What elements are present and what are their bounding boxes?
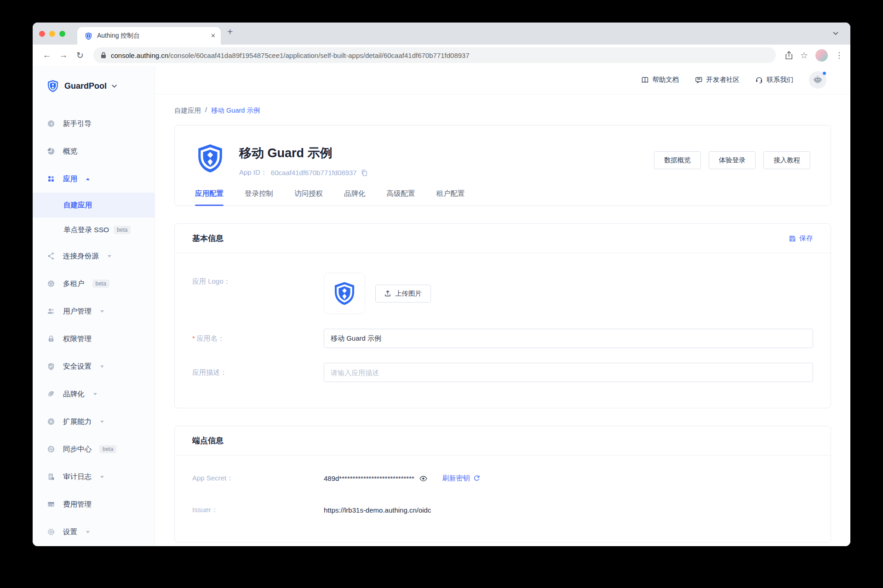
sidebar-item-sso[interactable]: 单点登录 SSO beta: [33, 217, 155, 242]
lock-icon: [46, 335, 55, 343]
new-tab-button[interactable]: +: [227, 26, 233, 37]
copy-icon[interactable]: [361, 169, 368, 177]
sidebar-item-label: 费用管理: [63, 500, 92, 509]
chevron-down-icon: [112, 85, 117, 88]
basic-info-card: 基本信息 保存 应用 Logo：: [174, 223, 831, 408]
forward-button[interactable]: →: [57, 48, 70, 62]
beta-badge: beta: [99, 445, 116, 453]
contact-us-link[interactable]: 联系我们: [755, 75, 793, 84]
share-nodes-icon: [46, 252, 55, 260]
sidebar-item-label: 权限管理: [63, 334, 92, 344]
sidebar-item-user-management[interactable]: 用户管理: [33, 297, 155, 325]
pie-chart-icon: [46, 147, 55, 155]
data-overview-button[interactable]: 数据概览: [654, 151, 701, 169]
user-avatar[interactable]: [809, 71, 826, 89]
app-name-input[interactable]: [324, 329, 813, 348]
save-button[interactable]: 保存: [789, 234, 813, 243]
workspace-logo-shield-icon: [46, 80, 59, 92]
sidebar-item-permissions[interactable]: 权限管理: [33, 325, 155, 353]
bookmark-star-icon[interactable]: ☆: [800, 50, 808, 61]
url-bar[interactable]: console.authing.cn/console/60caaf41da89f…: [93, 47, 776, 63]
sidebar-item-identity-sources[interactable]: 连接身份源: [33, 242, 155, 270]
refresh-icon: [473, 475, 480, 482]
chat-icon: [695, 76, 703, 84]
try-login-button[interactable]: 体验登录: [709, 151, 756, 169]
sidebar-item-overview[interactable]: 概览: [33, 137, 155, 165]
sidebar-item-self-built-apps[interactable]: 自建应用: [33, 193, 155, 217]
tab-tenant-config[interactable]: 租户配置: [436, 189, 465, 206]
app-name-label: *应用名：: [192, 334, 324, 343]
sidebar-item-branding[interactable]: 品牌化: [33, 380, 155, 408]
sync-icon: [46, 445, 55, 453]
browser-menu-icon[interactable]: ⋮: [835, 51, 843, 60]
caret-down-icon: [100, 365, 104, 368]
tab-login-control[interactable]: 登录控制: [245, 189, 273, 206]
app-header-card: 移动 Guard 示例 App ID： 60caaf41df670b771fd0…: [174, 125, 831, 206]
refresh-secret-label: 刷新密钥: [442, 474, 470, 483]
save-label: 保存: [799, 234, 813, 243]
required-asterisk: *: [192, 334, 195, 342]
zoom-window-button[interactable]: [59, 31, 65, 37]
caret-down-icon: [93, 393, 97, 395]
upload-icon: [384, 290, 391, 297]
help-docs-link[interactable]: 帮助文档: [641, 75, 679, 84]
sidebar-item-label: 概览: [63, 147, 77, 156]
share-icon[interactable]: [785, 51, 793, 60]
page-title: 移动 Guard 示例: [239, 145, 368, 161]
save-floppy-icon: [789, 235, 796, 242]
issuer-value: https://lrb31s-demo.authing.cn/oidc: [324, 506, 431, 514]
sidebar-item-label: 品牌化: [63, 389, 85, 399]
sidebar-item-label: 设置: [63, 527, 77, 537]
sidebar-item-applications[interactable]: 应用: [33, 165, 155, 193]
developer-community-link[interactable]: 开发者社区: [695, 75, 740, 84]
sidebar-item-label: 同步中心: [63, 445, 92, 454]
tab-access-auth[interactable]: 访问授权: [294, 189, 323, 206]
caret-down-icon: [108, 255, 111, 257]
headset-icon: [755, 76, 763, 84]
book-icon: [641, 76, 649, 84]
close-window-button[interactable]: [39, 31, 45, 37]
https-lock-icon: [101, 52, 106, 58]
tab-search-chevron-icon[interactable]: [833, 32, 838, 35]
browser-tab[interactable]: Authing 控制台 ×: [77, 27, 221, 45]
sidebar-item-billing[interactable]: 费用管理: [33, 491, 155, 518]
caret-down-icon: [100, 310, 104, 313]
caret-up-icon: [86, 178, 90, 180]
sidebar-item-label: 审计日志: [63, 472, 92, 482]
upload-image-button[interactable]: 上传图片: [375, 285, 431, 303]
tab-branding[interactable]: 品牌化: [344, 189, 366, 206]
browser-profile-avatar[interactable]: [815, 49, 828, 62]
close-tab-icon[interactable]: ×: [211, 32, 215, 40]
sidebar-item-label: 新手引导: [63, 119, 92, 129]
refresh-secret-link[interactable]: 刷新密钥: [442, 474, 480, 483]
sidebar-item-sync-center[interactable]: 同步中心 beta: [33, 435, 155, 463]
section-title: 端点信息: [192, 435, 224, 446]
tab-app-config[interactable]: 应用配置: [195, 189, 224, 206]
sidebar-item-settings[interactable]: 设置: [33, 518, 155, 546]
tenant-dots-icon: [46, 280, 55, 288]
tab-advanced-config[interactable]: 高级配置: [387, 189, 415, 206]
app-desc-input[interactable]: [324, 363, 813, 382]
gear-icon: [46, 528, 55, 536]
sidebar-item-audit-logs[interactable]: 审计日志: [33, 463, 155, 491]
eye-icon[interactable]: [419, 475, 428, 482]
integration-tutorial-button[interactable]: 接入教程: [763, 151, 810, 169]
endpoint-info-card: 端点信息 App Secret： 489d*******************…: [174, 426, 831, 542]
url-text: console.authing.cn/console/60caaf41da89f…: [111, 51, 470, 59]
issuer-label: Issuer：: [192, 506, 324, 514]
browser-tabstrip: Authing 控制台 × +: [33, 23, 850, 45]
workspace-switcher[interactable]: GuardPool: [33, 77, 155, 95]
back-button[interactable]: ←: [40, 48, 54, 62]
app-logo-preview[interactable]: [324, 273, 365, 314]
sidebar-item-security[interactable]: 安全设置: [33, 353, 155, 380]
breadcrumb-parent[interactable]: 自建应用: [174, 106, 201, 115]
sidebar-item-extensions[interactable]: A 扩展能力: [33, 408, 155, 435]
app-secret-label: App Secret：: [192, 474, 324, 483]
sidebar-item-label: 扩展能力: [63, 417, 92, 427]
reload-button[interactable]: ↻: [73, 48, 87, 62]
minimize-window-button[interactable]: [49, 31, 55, 37]
app-secret-value: 489d****************************: [324, 474, 414, 482]
app-logo-shield-icon: [195, 143, 225, 173]
sidebar-item-guide[interactable]: 新手引导: [33, 110, 155, 137]
sidebar-item-multi-tenant[interactable]: 多租户 beta: [33, 270, 155, 297]
